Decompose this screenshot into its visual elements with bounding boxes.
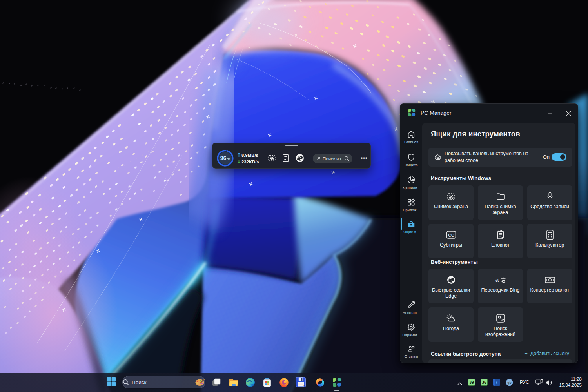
svg-text:i: i xyxy=(496,380,497,385)
svg-text:qb: qb xyxy=(507,381,511,385)
svg-text:31: 31 xyxy=(303,385,305,387)
svg-text:CC: CC xyxy=(448,233,454,238)
svg-text:a: a xyxy=(495,276,499,283)
